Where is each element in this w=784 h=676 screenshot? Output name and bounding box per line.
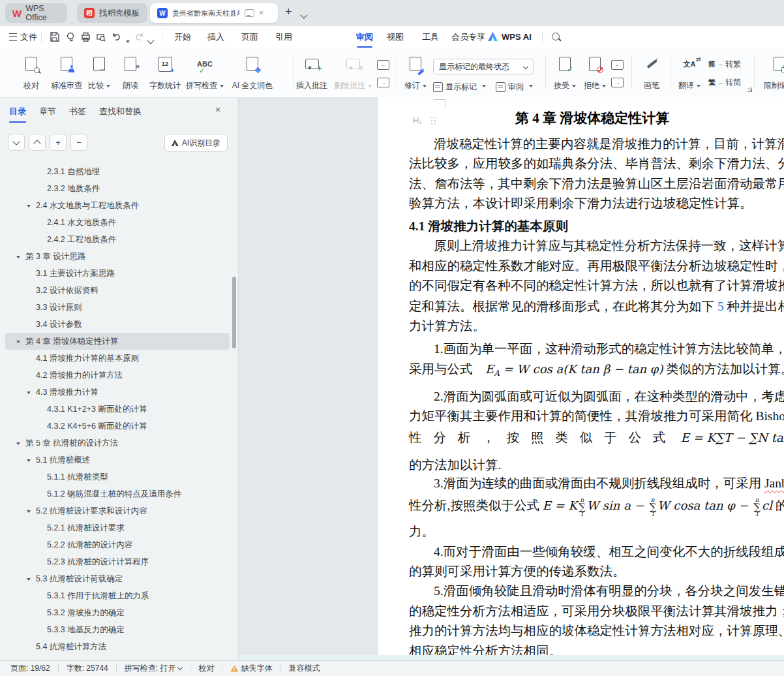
horizontal-scroll-strip[interactable] <box>239 655 784 660</box>
outline-item[interactable]: 4.3.1 K1+2+3 断面处的计算 <box>5 401 230 418</box>
search-icon[interactable] <box>552 33 560 40</box>
ink-pen-button[interactable]: 画笔 <box>638 54 665 93</box>
outline-item[interactable]: 3.3 设计原则 <box>5 299 230 316</box>
quickbar-chevron-icon[interactable] <box>148 34 153 46</box>
tab-find-replace[interactable]: 查找和替换 <box>99 106 142 117</box>
outline-item[interactable]: 3.2 设计依据资料 <box>5 282 230 299</box>
collapse-all-button[interactable] <box>29 134 46 151</box>
tab-list-chevron-icon[interactable] <box>301 8 307 20</box>
export-pdf-icon[interactable] <box>65 31 76 42</box>
outline-item[interactable]: 2.4 水文地质与工程地质条件 <box>5 197 230 214</box>
outline-item[interactable]: 5.2 抗滑桩设计要求和设计内容 <box>5 502 230 519</box>
proofread-button[interactable]: 校对 <box>18 54 45 93</box>
proofread-status-button[interactable]: 校对 <box>198 663 214 674</box>
outline-item[interactable]: 4.2 滑坡推力的计算方法 <box>5 367 230 384</box>
expand-triangle-icon[interactable] <box>16 252 25 261</box>
new-tab-button[interactable]: + <box>285 5 292 19</box>
next-revision-icon[interactable]: → <box>611 78 624 87</box>
ai-polish-button[interactable]: AI 全文润色 <box>226 54 279 93</box>
close-tab-icon[interactable]: × <box>259 9 264 17</box>
markup-state-select[interactable]: 显示标记的最终状态 <box>433 59 534 74</box>
outline-item[interactable]: 4.1 滑坡推力计算的基本原则 <box>5 350 230 367</box>
translate-button[interactable]: 文A⇄ 翻译 <box>674 54 705 93</box>
word-count-button[interactable]: 12+ 字数统计 <box>145 54 185 93</box>
simplified-to-traditional-button[interactable]: 简→转繁 <box>708 58 741 70</box>
traditional-to-simplified-button[interactable]: 繁→转简 <box>708 76 741 88</box>
redo-icon[interactable] <box>134 31 145 42</box>
review-pane-button[interactable]: 审阅 <box>496 80 533 93</box>
outline-item[interactable]: 5.1.1 抗滑桩类型 <box>5 469 230 485</box>
comment-status-icon[interactable] <box>245 9 254 17</box>
undo-dropdown-icon[interactable] <box>123 35 130 47</box>
undo-icon[interactable] <box>111 31 122 42</box>
menu-item-view[interactable]: 视图 <box>387 31 404 43</box>
outline-item[interactable]: 5.1 抗滑桩概述 <box>5 452 230 469</box>
outline-item[interactable]: 5.3.3 地基反力的确定 <box>5 621 230 638</box>
outline-item[interactable]: 4.3 滑坡推力计算 <box>5 384 230 401</box>
previous-comment-icon[interactable]: ← <box>377 60 389 70</box>
zoom-in-outline-button[interactable]: + <box>50 134 67 151</box>
tab-contents[interactable]: 目录 <box>9 106 26 117</box>
compare-button[interactable]: ↔ 比较 <box>82 54 116 93</box>
print-icon[interactable] <box>80 31 91 42</box>
menu-item-start[interactable]: 开始 <box>174 31 191 43</box>
standard-review-button[interactable]: 标准审查 <box>46 54 87 93</box>
outline-item[interactable]: 5.1.2 钢筋混凝土桩的特点及适用条件 <box>5 485 230 502</box>
outline-item[interactable]: 2.3.2 地质条件 <box>5 180 230 197</box>
previous-revision-icon[interactable]: ← <box>611 60 624 70</box>
insert-comment-button[interactable]: + 插入批注 <box>292 54 332 93</box>
menu-item-tools[interactable]: 工具 <box>422 31 439 43</box>
sidebar-scrollbar-thumb[interactable] <box>232 277 236 348</box>
tab-docer-templates[interactable]: 稻 找稻壳模板 <box>77 3 147 23</box>
expand-triangle-icon[interactable] <box>27 506 36 515</box>
outline-item[interactable]: 5.4 抗滑桩计算方法 <box>5 638 230 655</box>
expand-triangle-icon[interactable] <box>27 574 36 583</box>
accept-button[interactable]: ✓ 接受 <box>550 54 579 93</box>
menu-item-review[interactable]: 审阅 <box>356 31 373 43</box>
outline-item[interactable]: 5.3.1 作用于抗滑桩上的力系 <box>5 587 230 604</box>
page-indicator[interactable]: 页面: 19/62 <box>10 663 50 674</box>
expand-triangle-icon[interactable] <box>27 201 36 210</box>
expand-all-button[interactable] <box>8 134 25 151</box>
next-comment-icon[interactable]: → <box>377 78 389 87</box>
expand-triangle-icon[interactable] <box>16 337 25 346</box>
menu-item-page[interactable]: 页面 <box>241 31 258 43</box>
outline-item[interactable]: 第 3 章 设计思路 <box>5 248 230 265</box>
expand-triangle-icon[interactable] <box>27 388 36 397</box>
tab-chapters[interactable]: 章节 <box>39 106 56 117</box>
file-menu[interactable]: 文件 <box>9 31 37 43</box>
zoom-out-outline-button[interactable]: − <box>70 134 87 151</box>
restrict-editing-button[interactable]: 限制编辑 <box>757 54 784 93</box>
spellcheck-toggle[interactable]: 拼写检查: 打开 <box>125 663 183 674</box>
print-preview-icon[interactable] <box>95 31 106 42</box>
close-pane-icon[interactable]: × <box>215 104 220 115</box>
reject-button[interactable]: 拒绝 <box>580 54 609 93</box>
expand-triangle-icon[interactable] <box>27 455 36 465</box>
outline-item[interactable]: 5.3 抗滑桩设计荷载确定 <box>5 570 230 587</box>
outline-item[interactable]: 3.4 设计参数 <box>5 316 230 333</box>
ai-recognize-catalog-button[interactable]: AI识别目录 <box>164 134 228 152</box>
save-icon[interactable] <box>49 31 60 42</box>
outline-item[interactable]: 2.4.1 水文地质条件 <box>5 214 230 231</box>
tab-bookmarks[interactable]: 书签 <box>69 106 86 117</box>
document-page[interactable]: H₁ 第 4 章 滑坡体稳定性计算 滑坡稳定性计算的主要内容就是滑坡推力的计算，… <box>378 97 784 656</box>
read-aloud-button[interactable]: » 朗读 <box>117 54 144 93</box>
outline-item[interactable]: 5.2.1 抗滑桩设计要求 <box>5 519 230 536</box>
spell-check-button[interactable]: ABC✓ 拼写检查 <box>181 54 228 93</box>
outline-item[interactable]: 5.2.3 抗滑桩的设计计算程序 <box>5 553 230 570</box>
outline-item[interactable]: 第 4 章 滑坡体稳定性计算 <box>5 333 230 350</box>
missing-font-warning[interactable]: 缺失字体 <box>230 663 272 674</box>
group-expander-icon[interactable] <box>747 87 752 92</box>
expand-triangle-icon[interactable] <box>16 438 25 448</box>
word-count-indicator[interactable]: 字数: 25744 <box>67 663 108 674</box>
menu-item-reference[interactable]: 引用 <box>275 31 292 43</box>
outline-item[interactable]: 第 5 章 抗滑桩的设计方法 <box>5 435 230 452</box>
outline-item[interactable]: 3.1 主要设计方案思路 <box>5 265 230 282</box>
wps-ai-button[interactable]: WPS AI <box>502 32 532 42</box>
track-changes-button[interactable]: 修订 <box>401 54 430 93</box>
outline-item[interactable]: 4.3.2 K4+5+6 断面处的计算 <box>5 418 230 435</box>
outline-item[interactable]: 5.2.2 抗滑桩的设计内容 <box>5 536 230 553</box>
tab-wps-home[interactable]: W WPS Office <box>5 3 67 23</box>
outline-item[interactable]: 2.3.1 自然地理 <box>5 163 230 180</box>
outline-item[interactable]: 5.3.2 滑坡推力的确定 <box>5 604 230 621</box>
